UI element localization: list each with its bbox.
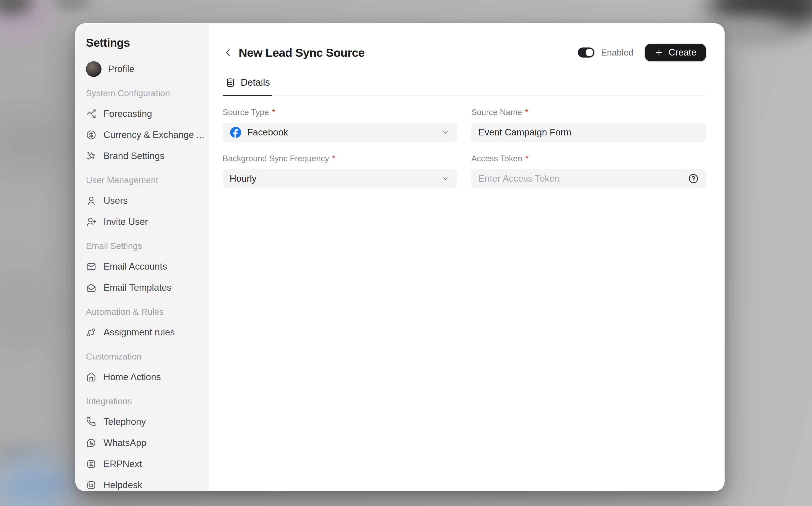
toggle-label: Enabled: [601, 48, 633, 58]
sidebar-section-heading: Integrations: [82, 388, 202, 411]
sidebar-item-telephony[interactable]: Telephony: [82, 411, 202, 432]
sidebar-section-heading: User Management: [82, 167, 202, 190]
screen: { "sidebar": { "title": "Settings", "pro…: [0, 0, 812, 506]
field-label: Source Type*: [222, 107, 457, 117]
sidebar-item-label: Profile: [108, 64, 134, 74]
sidebar-item-label: Home Actions: [103, 372, 161, 383]
trending-up-down-icon: [86, 108, 96, 119]
field-sync-frequency: Background Sync Frequency*Hourly: [222, 154, 457, 188]
toggle-knob: [585, 49, 593, 56]
field-label: Access Token*: [471, 154, 706, 163]
tab-bar: Details: [222, 73, 706, 96]
create-button-label: Create: [668, 47, 697, 58]
sidebar-item-erpnext[interactable]: ERPNext: [82, 453, 202, 475]
sidebar-section-heading: Email Settings: [82, 232, 202, 256]
sidebar-item-invite-user[interactable]: Invite User: [82, 211, 202, 232]
sidebar-item-label: Assignment rules: [103, 327, 175, 338]
user-round-plus-icon: [86, 217, 96, 227]
circle-help-icon[interactable]: [688, 173, 699, 184]
field-label-text: Background Sync Frequency: [222, 154, 329, 163]
sidebar-item-label: Email Templates: [103, 282, 172, 293]
sidebar-item-currency-exchange[interactable]: Currency & Exchange ...: [82, 124, 202, 146]
access-token-input[interactable]: [478, 169, 688, 188]
select-value: Facebook: [247, 127, 288, 138]
mail-open-icon: [86, 282, 96, 293]
settings-dialog: Settings Profile System ConfigurationFor…: [75, 23, 725, 491]
swap-branch-icon: [86, 327, 96, 338]
required-asterisk: *: [525, 107, 528, 117]
sidebar-item-brand-settings[interactable]: Brand Settings: [82, 146, 202, 167]
tab-details[interactable]: Details: [222, 73, 272, 96]
sidebar-item-label: Currency & Exchange ...: [103, 130, 204, 140]
details-list-icon: [225, 77, 236, 88]
select-value: Hourly: [230, 173, 257, 184]
sidebar-item-label: WhatsApp: [103, 438, 147, 448]
field-label-text: Access Token: [471, 154, 522, 163]
field-label: Background Sync Frequency*: [222, 154, 457, 163]
sidebar-sections: System ConfigurationForecastingCurrency …: [82, 80, 202, 491]
field-access-token: Access Token*: [471, 154, 706, 188]
sidebar-title: Settings: [82, 34, 202, 59]
sidebar-item-label: Invite User: [103, 217, 148, 227]
sidebar-section-heading: Automation & Rules: [82, 298, 202, 322]
helpdesk-icon: [86, 480, 96, 490]
source-name-input[interactable]: [478, 122, 699, 142]
field-label-text: Source Type: [222, 107, 269, 117]
sidebar-section-heading: System Configuration: [82, 80, 202, 103]
sidebar-item-home-actions[interactable]: Home Actions: [82, 366, 202, 388]
enabled-toggle[interactable]: [578, 48, 595, 58]
chevron-down-icon: [441, 128, 450, 137]
sidebar-item-label: Brand Settings: [103, 151, 165, 161]
access-token-field: [471, 169, 706, 188]
required-asterisk: *: [525, 154, 529, 163]
sidebar-item-assignment-rules[interactable]: Assignment rules: [82, 322, 202, 343]
lead-sync-form: Source Type*FacebookSource Name*Backgrou…: [222, 107, 706, 188]
create-button[interactable]: Create: [645, 44, 706, 61]
user-round-icon: [86, 195, 96, 206]
dialog-header: New Lead Sync Source Enabled Create: [222, 39, 706, 66]
sidebar-item-label: Users: [103, 195, 128, 206]
back-button[interactable]: [222, 47, 234, 58]
sidebar-item-label: Helpdesk: [103, 480, 142, 490]
source-type-select[interactable]: Facebook: [222, 122, 457, 142]
field-label-text: Source Name: [471, 107, 522, 117]
sidebar-section-heading: Customization: [82, 343, 202, 366]
required-asterisk: *: [332, 154, 335, 163]
chevron-left-icon: [222, 47, 234, 58]
page-title: New Lead Sync Source: [239, 46, 365, 60]
sidebar-item-label: Email Accounts: [103, 261, 167, 272]
chevron-down-icon: [441, 174, 450, 183]
plus-icon: [654, 48, 663, 57]
sidebar-item-profile[interactable]: Profile: [82, 59, 202, 80]
source-name-field: [471, 122, 706, 142]
sidebar-item-email-accounts[interactable]: Email Accounts: [82, 256, 202, 277]
sidebar-item-forecasting[interactable]: Forecasting: [82, 103, 202, 124]
house-icon: [86, 372, 96, 383]
required-asterisk: *: [272, 107, 275, 117]
field-label: Source Name*: [471, 107, 706, 117]
sidebar-item-label: Forecasting: [103, 108, 152, 119]
sidebar-item-users[interactable]: Users: [82, 190, 202, 211]
profile-avatar: [86, 61, 101, 77]
field-source-name: Source Name*: [471, 107, 706, 142]
phone-icon: [86, 417, 96, 427]
sidebar-item-label: Telephony: [103, 417, 146, 427]
mail-icon: [86, 261, 96, 272]
sidebar-item-whatsapp[interactable]: WhatsApp: [82, 432, 202, 453]
circle-dollar-sign-icon: [86, 130, 96, 140]
sidebar-item-email-templates[interactable]: Email Templates: [82, 277, 202, 298]
erpnext-icon: [86, 459, 96, 469]
star-sparkles-icon: [86, 151, 96, 161]
tab-label: Details: [241, 77, 270, 88]
sync-frequency-select[interactable]: Hourly: [222, 169, 457, 188]
sidebar-item-label: ERPNext: [103, 459, 142, 469]
dialog-main: New Lead Sync Source Enabled Create Deta…: [208, 23, 725, 491]
sidebar-item-helpdesk[interactable]: Helpdesk: [82, 475, 202, 491]
field-source-type: Source Type*Facebook: [222, 107, 457, 142]
facebook-icon: [230, 126, 242, 139]
settings-sidebar: Settings Profile System ConfigurationFor…: [75, 23, 208, 491]
header-actions: Enabled Create: [578, 44, 706, 61]
whatsapp-icon: [86, 438, 96, 448]
